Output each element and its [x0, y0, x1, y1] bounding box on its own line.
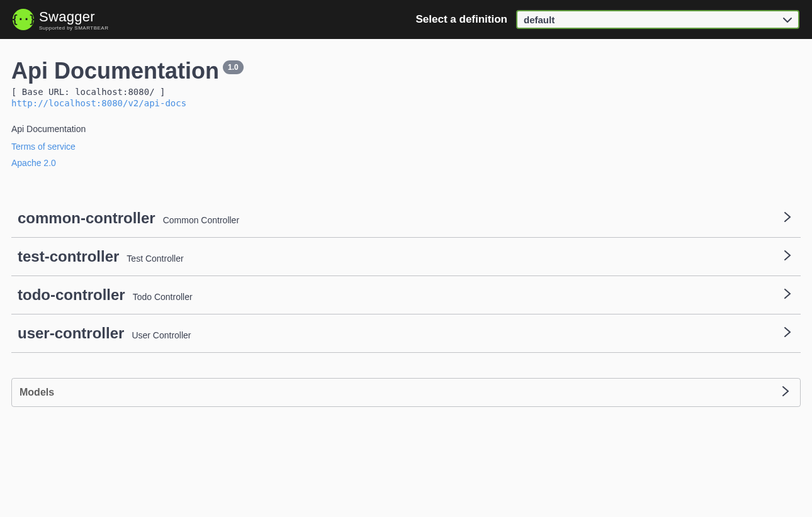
version-badge: 1.0: [223, 60, 244, 74]
definition-label: Select a definition: [416, 13, 507, 26]
tag-description: Test Controller: [127, 253, 183, 264]
logo-text: Swagger: [39, 9, 108, 25]
models-section: Models: [11, 378, 801, 407]
info-section: Api Documentation 1.0 [ Base URL: localh…: [11, 58, 801, 168]
tag-name: user-controller: [18, 325, 124, 342]
tag-description: User Controller: [132, 330, 191, 340]
chevron-right-icon: [783, 249, 792, 264]
chevron-right-icon: [781, 385, 790, 400]
tag-description: Common Controller: [163, 215, 239, 225]
tag-name: common-controller: [18, 209, 155, 227]
tag-description: Todo Controller: [133, 292, 193, 302]
definition-select[interactable]: default: [516, 10, 799, 29]
tag-todo-controller[interactable]: todo-controller Todo Controller: [11, 276, 801, 314]
topbar: {··} Swagger Supported by SMARTBEAR Sele…: [0, 0, 812, 39]
chevron-right-icon: [783, 326, 792, 341]
chevron-right-icon: [783, 287, 792, 303]
tags-section: common-controller Common Controller test…: [11, 199, 801, 353]
license-link[interactable]: Apache 2.0: [11, 158, 801, 168]
logo-subtext: Supported by SMARTBEAR: [39, 25, 108, 31]
tag-test-controller[interactable]: test-controller Test Controller: [11, 238, 801, 276]
tag-user-controller[interactable]: user-controller User Controller: [11, 314, 801, 353]
chevron-right-icon: [783, 211, 792, 226]
terms-of-service-link[interactable]: Terms of service: [11, 142, 801, 152]
models-toggle[interactable]: Models: [12, 379, 800, 406]
tag-name: test-controller: [18, 248, 119, 265]
api-docs-link[interactable]: http://localhost:8080/v2/api-docs: [11, 98, 186, 108]
base-url: [ Base URL: localhost:8080/ ]: [11, 87, 801, 97]
tag-name: todo-controller: [18, 286, 125, 304]
api-description: Api Documentation: [11, 124, 801, 134]
swagger-logo-icon: {··}: [13, 9, 34, 30]
models-title: Models: [20, 387, 54, 398]
page-title: Api Documentation: [11, 58, 219, 84]
main-content: Api Documentation 1.0 [ Base URL: localh…: [0, 39, 812, 420]
swagger-logo[interactable]: {··} Swagger Supported by SMARTBEAR: [13, 9, 108, 31]
tag-common-controller[interactable]: common-controller Common Controller: [11, 199, 801, 238]
definition-selector: Select a definition default: [416, 10, 799, 29]
